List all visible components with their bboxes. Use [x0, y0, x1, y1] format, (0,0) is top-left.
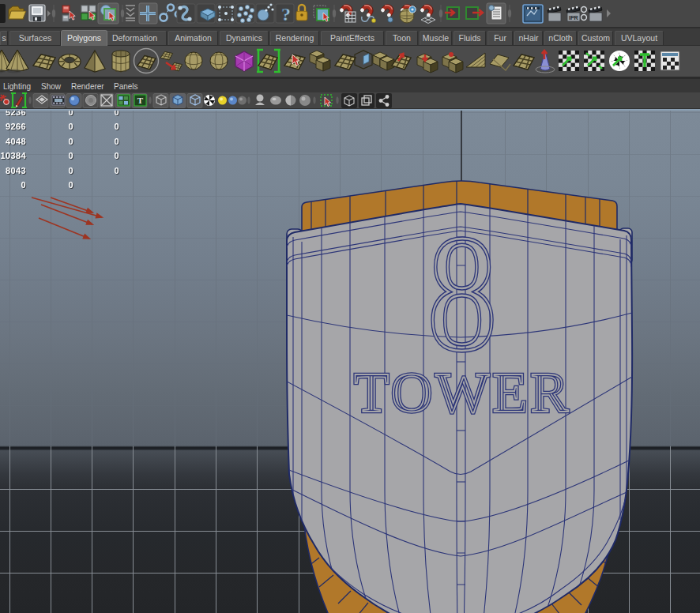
svg-text:T: T — [137, 96, 144, 105]
svg-text:8: 8 — [427, 201, 497, 385]
svg-text:TOWER: TOWER — [354, 361, 572, 424]
svg-text:IPR: IPR — [569, 15, 578, 21]
svg-text:?: ? — [281, 4, 291, 24]
